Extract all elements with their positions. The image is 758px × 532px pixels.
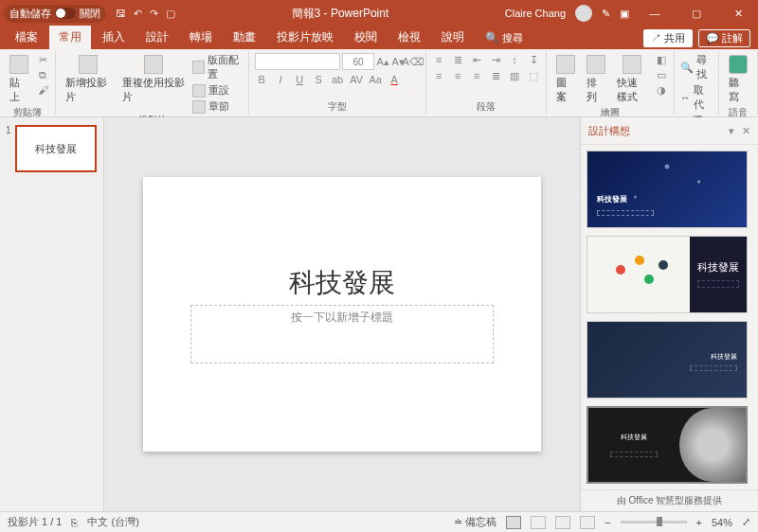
columns-icon[interactable]: ▥ bbox=[508, 69, 521, 82]
numbering-icon[interactable]: ≣ bbox=[451, 53, 464, 66]
font-family-select[interactable] bbox=[255, 53, 340, 70]
reuse-slide-button[interactable]: 重複使用投影片 bbox=[118, 53, 190, 106]
align-left-icon[interactable]: ≡ bbox=[432, 69, 445, 82]
fit-window-icon[interactable]: ⤢ bbox=[742, 516, 750, 528]
sorter-view-icon[interactable] bbox=[531, 516, 546, 529]
slide-title[interactable]: 科技發展 bbox=[289, 265, 395, 301]
paste-button[interactable]: 貼上 bbox=[6, 53, 32, 106]
replace-icon: ↔ bbox=[680, 92, 691, 103]
design-idea-card[interactable]: 科技發展 bbox=[587, 151, 748, 228]
italic-icon[interactable]: I bbox=[274, 73, 287, 86]
reading-view-icon[interactable] bbox=[555, 516, 570, 529]
reset-button[interactable]: 重設 bbox=[192, 83, 243, 98]
search-box[interactable]: 🔍 搜尋 bbox=[476, 27, 532, 49]
design-ideas-pane: 設計構想 ▾ ✕ 科技發展 科技發展 科技發展 bbox=[580, 117, 758, 511]
align-right-icon[interactable]: ≡ bbox=[470, 69, 483, 82]
zoom-in-icon[interactable]: + bbox=[696, 517, 702, 528]
new-slide-button[interactable]: 新增投影片 bbox=[62, 53, 115, 106]
slide-thumbnail[interactable]: 科技發展 bbox=[15, 125, 97, 172]
zoom-out-icon[interactable]: − bbox=[605, 517, 610, 528]
tab-help[interactable]: 說明 bbox=[432, 26, 474, 49]
design-idea-card[interactable]: 科技發展 bbox=[587, 236, 748, 313]
normal-view-icon[interactable] bbox=[506, 516, 521, 529]
slide-canvas[interactable]: 科技發展 按一下以新增子標題 bbox=[104, 117, 580, 511]
tab-animations[interactable]: 動畫 bbox=[224, 26, 265, 49]
format-painter-icon[interactable]: 🖌 bbox=[36, 83, 49, 97]
find-button[interactable]: 🔍尋找 bbox=[680, 53, 713, 81]
increase-font-icon[interactable]: A▴ bbox=[376, 55, 389, 68]
autosave-state: 關閉 bbox=[80, 7, 100, 21]
autosave-label: 自動儲存 bbox=[9, 7, 51, 21]
minimize-icon[interactable]: — bbox=[639, 8, 671, 19]
autosave-toggle[interactable]: 自動儲存 關閉 bbox=[4, 5, 106, 23]
design-ideas-list[interactable]: 科技發展 科技發展 科技發展 科技發展 bbox=[581, 145, 758, 489]
text-direction-icon[interactable]: ↧ bbox=[527, 53, 540, 66]
tab-design[interactable]: 設計 bbox=[136, 26, 178, 49]
tab-review[interactable]: 校閱 bbox=[345, 26, 387, 49]
tab-view[interactable]: 檢視 bbox=[388, 26, 430, 49]
font-color-icon[interactable]: A bbox=[388, 73, 401, 86]
maximize-icon[interactable]: ▢ bbox=[680, 8, 713, 20]
bullets-icon[interactable]: ≡ bbox=[432, 53, 445, 66]
tab-insert[interactable]: 插入 bbox=[93, 26, 135, 49]
quickstyle-button[interactable]: 快速樣式 bbox=[613, 53, 651, 106]
tab-transitions[interactable]: 轉場 bbox=[180, 26, 222, 49]
save-icon[interactable]: 🖫 bbox=[116, 8, 126, 20]
tab-slideshow[interactable]: 投影片放映 bbox=[267, 26, 343, 49]
strike-icon[interactable]: S bbox=[312, 73, 325, 86]
justify-icon[interactable]: ≣ bbox=[489, 69, 502, 82]
notes-button[interactable]: ≐ 備忘稿 bbox=[454, 515, 496, 529]
spacing-icon[interactable]: AV bbox=[350, 73, 363, 86]
shape-effects-icon[interactable]: ◑ bbox=[655, 83, 668, 97]
ribbon-tabs: 檔案 常用 插入 設計 轉場 動畫 投影片放映 校閱 檢視 說明 🔍 搜尋 ↗ … bbox=[0, 27, 758, 49]
cut-icon[interactable]: ✂ bbox=[36, 53, 49, 66]
copy-icon[interactable]: ⧉ bbox=[36, 68, 49, 81]
font-size-select[interactable] bbox=[342, 53, 374, 70]
tab-file[interactable]: 檔案 bbox=[6, 26, 47, 49]
arrange-button[interactable]: 排列 bbox=[583, 53, 609, 106]
group-editing: 🔍尋找 ↔取代 ▭選取 編輯 bbox=[675, 51, 719, 115]
layout-button[interactable]: 版面配置 bbox=[192, 53, 243, 81]
bold-icon[interactable]: B bbox=[255, 73, 268, 86]
indent-decrease-icon[interactable]: ⇤ bbox=[470, 53, 483, 66]
zoom-slider[interactable] bbox=[621, 521, 687, 523]
zoom-level[interactable]: 54% bbox=[712, 517, 732, 528]
tab-home[interactable]: 常用 bbox=[49, 26, 91, 49]
line-spacing-icon[interactable]: ↕ bbox=[508, 53, 521, 66]
close-icon[interactable]: ✕ bbox=[722, 8, 754, 20]
share-button[interactable]: ↗ 共用 bbox=[643, 29, 693, 47]
shadow-icon[interactable]: ab bbox=[331, 73, 344, 86]
undo-icon[interactable]: ↶ bbox=[134, 8, 142, 20]
indent-increase-icon[interactable]: ⇥ bbox=[489, 53, 502, 66]
shape-outline-icon[interactable]: ▭ bbox=[655, 68, 668, 81]
highlight-icon[interactable]: Aa bbox=[369, 73, 382, 86]
start-slideshow-icon[interactable]: ▢ bbox=[166, 8, 175, 20]
avatar[interactable] bbox=[575, 5, 592, 22]
accessibility-icon[interactable]: ⎘ bbox=[71, 517, 78, 528]
shapes-button[interactable]: 圖案 bbox=[552, 53, 579, 106]
chevron-down-icon[interactable]: ▾ bbox=[729, 125, 734, 137]
new-slide-icon bbox=[79, 55, 98, 74]
shape-fill-icon[interactable]: ◧ bbox=[655, 53, 668, 66]
slide-count[interactable]: 投影片 1 / 1 bbox=[8, 515, 62, 529]
language-status[interactable]: 中文 (台灣) bbox=[87, 515, 138, 529]
align-center-icon[interactable]: ≡ bbox=[451, 69, 464, 82]
slideshow-view-icon[interactable] bbox=[580, 516, 595, 529]
close-pane-icon[interactable]: ✕ bbox=[742, 125, 750, 137]
slide[interactable]: 科技發展 按一下以新增子標題 bbox=[143, 177, 541, 452]
user-name[interactable]: Claire Chang bbox=[505, 8, 566, 19]
design-idea-card[interactable]: 科技發展 bbox=[587, 406, 748, 484]
design-idea-card[interactable]: 科技發展 bbox=[587, 321, 748, 399]
coming-soon-icon[interactable]: ✎ bbox=[602, 8, 610, 20]
slide-subtitle-placeholder[interactable]: 按一下以新增子標題 bbox=[190, 305, 494, 364]
replace-button[interactable]: ↔取代 bbox=[680, 83, 713, 112]
smartart-icon[interactable]: ⬚ bbox=[527, 69, 540, 82]
section-button[interactable]: 章節 bbox=[192, 99, 243, 114]
comments-button[interactable]: 💬 註解 bbox=[698, 29, 750, 47]
redo-icon[interactable]: ↷ bbox=[150, 8, 158, 20]
dictate-button[interactable]: 聽寫 bbox=[725, 53, 751, 106]
ribbon-options-icon[interactable]: ▣ bbox=[620, 8, 629, 20]
toggle-pill-icon bbox=[55, 8, 76, 19]
clear-format-icon[interactable]: A⌫ bbox=[406, 55, 420, 68]
underline-icon[interactable]: U bbox=[293, 73, 306, 86]
